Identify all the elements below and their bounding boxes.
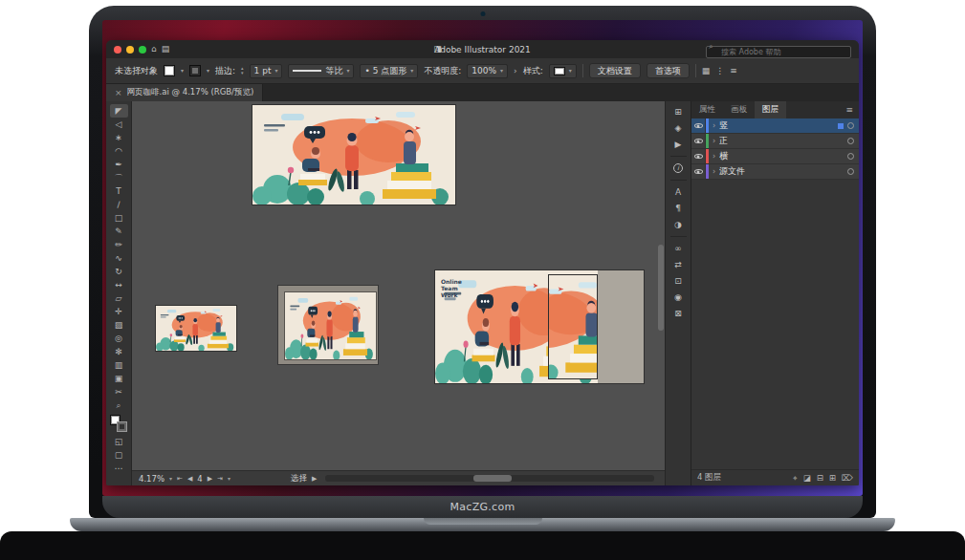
document-setup-button[interactable]: 文档设置 [589, 63, 641, 78]
layer-name[interactable]: 竖 [719, 119, 838, 132]
clipping-mask-icon[interactable]: ◪ [803, 473, 811, 483]
tab-artboards[interactable]: 画板 [723, 101, 755, 118]
fill-stroke-indicator[interactable] [110, 415, 127, 432]
fill-color-swatch[interactable] [164, 65, 175, 76]
history-panel-icon[interactable]: ⇄ [674, 260, 682, 269]
rotate-tool[interactable]: ↻ [110, 265, 128, 278]
blend-tool[interactable]: ◎ [110, 332, 128, 345]
rectangle-tool[interactable]: □ [110, 211, 128, 225]
visibility-cell[interactable] [691, 164, 706, 179]
panel-toggle-icon[interactable]: ◨ [433, 45, 442, 54]
brush-definition-dropdown[interactable]: • 5 点圆形 ▾ [360, 64, 418, 78]
artboard-nav-dropdown-icon[interactable]: ▾ [228, 476, 230, 482]
stroke-weight-stepper[interactable]: ▴ ▾ [241, 66, 244, 75]
zoom-tool[interactable]: ⌕ [110, 398, 128, 412]
tab-properties[interactable]: 属性 [691, 101, 723, 118]
layer-name[interactable]: 横 [719, 150, 847, 162]
symbol-sprayer-tool[interactable]: ✻ [110, 345, 128, 358]
stepper-down-icon[interactable]: ▾ [241, 71, 244, 75]
selection-tool[interactable]: ◤ [110, 104, 128, 118]
free-transform-tool[interactable]: ▱ [110, 291, 128, 305]
last-artboard-icon[interactable]: ⇥ [217, 475, 223, 483]
stroke-dropdown-icon[interactable]: ▾ [207, 68, 209, 74]
actions-panel-icon[interactable]: ▶ [675, 140, 682, 149]
new-sublayer-icon[interactable]: ⊟ [817, 473, 823, 483]
horizontal-scroll-thumb[interactable] [473, 475, 512, 482]
minimize-window-button[interactable] [126, 46, 134, 54]
close-window-button[interactable] [114, 46, 121, 54]
layer-name[interactable]: 正 [719, 135, 847, 147]
type-tool[interactable]: T [110, 184, 128, 198]
stroke-indicator-swatch[interactable] [117, 421, 127, 432]
opacity-value[interactable]: 100% ▾ [467, 64, 508, 78]
style-dropdown-icon[interactable]: ▾ [569, 68, 572, 74]
eyedropper-tool[interactable]: ✛ [110, 305, 128, 318]
line-tool[interactable]: ∕ [110, 198, 128, 211]
edit-toolbar-icon[interactable]: ⋯ [110, 462, 128, 475]
expand-chevron-icon[interactable]: › [709, 121, 719, 130]
pen-tool[interactable]: ✒ [110, 158, 128, 171]
layer-row[interactable]: › 源文件 [691, 164, 859, 180]
paintbrush-tool[interactable]: ✎ [110, 225, 128, 238]
expand-chevron-icon[interactable]: › [709, 152, 719, 161]
new-layer-icon[interactable]: ⊞ [829, 473, 836, 483]
layer-row[interactable]: › 竖 [691, 118, 859, 134]
visibility-cell[interactable] [691, 118, 706, 133]
stroke-color-swatch[interactable] [189, 65, 201, 76]
close-tab-icon[interactable]: × [115, 88, 122, 97]
zoom-dropdown-icon[interactable]: ▾ [169, 476, 172, 482]
layer-name[interactable]: 源文件 [719, 165, 847, 178]
direct-selection-tool[interactable]: ◁ [110, 118, 128, 131]
appearance-panel-icon[interactable]: ◑ [674, 220, 682, 229]
width-profile-dropdown[interactable]: 等比 ▾ [288, 64, 354, 78]
overflow-chevron-icon[interactable]: › [514, 66, 517, 75]
help-search-input[interactable] [706, 46, 851, 58]
first-artboard-icon[interactable]: ⇤ [177, 475, 183, 483]
arrange-documents-icon[interactable]: ▦ [702, 66, 711, 75]
character-panel-icon[interactable]: A [675, 187, 681, 197]
panel-menu-icon[interactable]: ≡ [840, 101, 859, 118]
layer-row[interactable]: › 正 [691, 134, 859, 149]
links-panel-icon[interactable]: ∞ [674, 244, 682, 253]
expand-chevron-icon[interactable]: › [709, 167, 719, 176]
delete-layer-icon[interactable]: ⌦ [842, 473, 853, 483]
visibility-cell[interactable] [691, 134, 706, 148]
screen-mode-icon[interactable]: ▢ [110, 448, 128, 462]
next-artboard-icon[interactable]: ▶ [208, 475, 212, 483]
artboard-4[interactable]: Online Team Work [435, 270, 644, 383]
eye-icon[interactable] [694, 169, 703, 174]
workspace-switcher-icon[interactable]: ⋮ [715, 66, 724, 75]
magic-wand-tool[interactable]: ∗ [110, 131, 128, 144]
selected-panel[interactable] [548, 274, 598, 379]
layer-target-icon[interactable] [847, 122, 854, 129]
prev-artboard-icon[interactable]: ◀ [187, 475, 192, 483]
visibility-cell[interactable] [691, 149, 706, 163]
layer-row[interactable]: › 横 [691, 149, 859, 164]
shaper-tool[interactable]: ∿ [110, 251, 128, 265]
workspace-layout-icon[interactable]: ▤ [162, 45, 170, 54]
vertical-scrollbar[interactable] [658, 245, 664, 331]
locate-object-icon[interactable]: ⌖ [793, 473, 798, 484]
document-tab[interactable]: × 网页咖啡.ai @ 4.17% (RGB/预览) [106, 84, 263, 101]
eye-icon[interactable] [694, 123, 703, 128]
zoom-level[interactable]: 4.17% [139, 474, 164, 484]
profile-dropdown-icon[interactable]: ▾ [346, 68, 349, 74]
width-tool[interactable]: ↔ [110, 278, 128, 291]
asset-export-panel-icon[interactable]: ⊠ [674, 309, 682, 318]
gradient-tool[interactable]: ▨ [110, 318, 128, 332]
artboard-number[interactable]: 4 [197, 474, 202, 484]
expand-chevron-icon[interactable]: › [709, 137, 719, 145]
preferences-button[interactable]: 首选项 [647, 63, 690, 78]
draw-mode-icon[interactable]: ◱ [110, 435, 128, 448]
libraries-panel-icon[interactable]: ◈ [675, 123, 682, 133]
graph-tool[interactable]: ▥ [110, 358, 128, 372]
stroke-weight-dropdown-icon[interactable]: ▾ [274, 68, 277, 74]
eye-icon[interactable] [694, 154, 703, 159]
fill-dropdown-icon[interactable]: ▾ [181, 68, 184, 74]
horizontal-scrollbar[interactable] [325, 475, 654, 482]
artboard-tool[interactable]: ▣ [110, 372, 128, 385]
status-arrow-icon[interactable]: ▶ [312, 475, 317, 483]
artboard-1[interactable] [252, 105, 455, 205]
canvas[interactable]: Online Team Work [132, 101, 665, 470]
curvature-tool[interactable]: ⌒ [110, 171, 128, 184]
